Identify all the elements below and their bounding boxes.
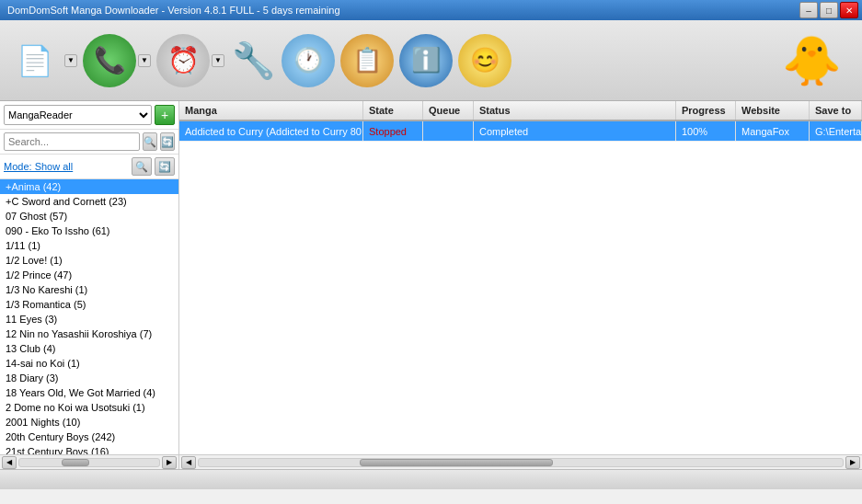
source-select[interactable]: MangaReader MangaFox MangaHere xyxy=(4,105,152,125)
manga-list-item[interactable]: 2001 Nights (10) xyxy=(0,415,178,430)
document-icon: 📄 xyxy=(17,43,53,78)
mode-label[interactable]: Mode: Show all xyxy=(4,161,73,172)
clock-button[interactable]: ⏰ xyxy=(156,34,210,87)
clock-icon: ⏰ xyxy=(167,45,200,75)
toolbar: 📄 ▼ 📞 ▼ ⏰ ▼ 🔧 🕐 xyxy=(0,20,862,101)
manga-list-item[interactable]: 21st Century Boys (16) xyxy=(0,444,178,454)
mode-refresh-button[interactable]: 🔄 xyxy=(155,157,175,176)
document-button[interactable]: 📄 xyxy=(7,33,63,88)
phone-tool-group: 📞 ▼ xyxy=(83,34,151,87)
mode-search-button[interactable]: 🔍 xyxy=(132,157,152,176)
table-header: Manga State Queue Status Progress Websit… xyxy=(179,101,862,121)
clipboard-icon: 📋 xyxy=(352,46,382,74)
clipboard-button[interactable]: 📋 xyxy=(340,34,394,87)
manga-list-item[interactable]: 07 Ghost (57) xyxy=(0,209,178,223)
manga-list-item[interactable]: +C Sword and Cornett (23) xyxy=(0,194,178,209)
manga-list-item[interactable]: 11 Eyes (3) xyxy=(0,312,178,326)
clock-tool-group: ⏰ ▼ xyxy=(156,34,224,87)
phone-dropdown[interactable]: ▼ xyxy=(138,54,151,67)
search-button[interactable]: 🔍 xyxy=(143,132,157,151)
th-website[interactable]: Website xyxy=(736,101,810,120)
manga-list-item[interactable]: 18 Years Old, We Got Married (4) xyxy=(0,385,178,400)
scroll-left-arrow[interactable]: ◀ xyxy=(2,456,17,469)
table-body: Addicted to Curry (Addicted to Curry 80:… xyxy=(179,121,862,454)
th-queue[interactable]: Queue xyxy=(423,101,474,120)
add-source-button[interactable]: + xyxy=(155,105,175,125)
manga-list-item[interactable]: 13 Club (4) xyxy=(0,341,178,356)
th-progress[interactable]: Progress xyxy=(676,101,736,120)
face-button[interactable]: 😊 xyxy=(458,34,511,87)
history-button[interactable]: 🕐 xyxy=(282,34,335,87)
manga-list-item[interactable]: 18 Diary (3) xyxy=(0,371,178,385)
manga-list-item[interactable]: 090 - Eko To Issho (61) xyxy=(0,223,178,238)
wrench-icon: 🔧 xyxy=(232,40,275,81)
td-state: Stopped xyxy=(363,121,423,141)
td-progress: 100% xyxy=(676,121,736,141)
manga-list-item[interactable]: 14-sai no Koi (1) xyxy=(0,356,178,371)
info-icon: ℹ️ xyxy=(411,46,441,74)
td-status: Completed xyxy=(474,121,676,141)
th-state[interactable]: State xyxy=(363,101,423,120)
maximize-button[interactable]: □ xyxy=(820,2,838,18)
document-dropdown[interactable]: ▼ xyxy=(64,54,77,67)
phone-button[interactable]: 📞 xyxy=(83,34,136,87)
status-bar xyxy=(0,469,862,489)
document-tool-group: 📄 ▼ xyxy=(7,33,77,88)
mode-bar: Mode: Show all 🔍 🔄 xyxy=(0,155,178,179)
th-status[interactable]: Status xyxy=(474,101,676,120)
search-bar: 🔍 🔄 xyxy=(0,130,178,155)
source-selector-row: MangaReader MangaFox MangaHere + xyxy=(0,101,178,130)
right-panel: Manga State Queue Status Progress Websit… xyxy=(179,101,862,469)
table-scroll-track[interactable] xyxy=(198,458,844,467)
scroll-track[interactable] xyxy=(18,458,160,467)
manga-list-item[interactable]: 2 Dome no Koi wa Usotsuki (1) xyxy=(0,400,178,415)
clock-dropdown[interactable]: ▼ xyxy=(212,54,224,67)
manga-list-item[interactable]: 1/3 Romantica (5) xyxy=(0,297,178,312)
td-saveto: G:\Entertainmer xyxy=(810,121,862,141)
main-container: MangaReader MangaFox MangaHere + 🔍 🔄 Mod… xyxy=(0,101,862,469)
close-button[interactable]: ✕ xyxy=(840,2,858,18)
scroll-right-arrow[interactable]: ▶ xyxy=(162,456,177,469)
scroll-thumb[interactable] xyxy=(62,459,89,466)
manga-list-item[interactable]: 20th Century Boys (242) xyxy=(0,430,178,444)
manga-list-item[interactable]: 1/3 No Kareshi (1) xyxy=(0,282,178,297)
th-saveto[interactable]: Save to xyxy=(810,101,862,120)
table-row[interactable]: Addicted to Curry (Addicted to Curry 80:… xyxy=(179,121,862,142)
mascot-icon: 🐥 xyxy=(782,33,842,89)
app-title: DomDomSoft Manga Downloader - Version 4.… xyxy=(4,5,340,16)
td-website: MangaFox xyxy=(736,121,810,141)
table-scroll-right[interactable]: ▶ xyxy=(845,456,860,469)
history-icon: 🕐 xyxy=(293,46,323,74)
manga-list-item[interactable]: 1/2 Prince (47) xyxy=(0,268,178,282)
td-manga: Addicted to Curry (Addicted to Curry 80:… xyxy=(179,121,363,141)
phone-icon: 📞 xyxy=(94,45,126,75)
table-horizontal-scrollbar[interactable]: ◀ ▶ xyxy=(179,454,862,469)
td-queue xyxy=(423,121,474,141)
mascot: 🐥 xyxy=(770,20,853,101)
left-panel: MangaReader MangaFox MangaHere + 🔍 🔄 Mod… xyxy=(0,101,179,469)
list-horizontal-scrollbar[interactable]: ◀ ▶ xyxy=(0,454,178,469)
table-scroll-thumb[interactable] xyxy=(360,459,553,466)
manga-list-item[interactable]: 1/2 Love! (1) xyxy=(0,253,178,268)
manga-list[interactable]: +Anima (42)+C Sword and Cornett (23)07 G… xyxy=(0,179,178,454)
search-input[interactable] xyxy=(4,132,140,151)
manga-list-item[interactable]: 1/11 (1) xyxy=(0,238,178,253)
table-scroll-left[interactable]: ◀ xyxy=(181,456,196,469)
minimize-button[interactable]: – xyxy=(799,2,818,18)
manga-list-item[interactable]: +Anima (42) xyxy=(0,179,178,194)
th-manga[interactable]: Manga xyxy=(179,101,363,120)
face-icon: 😊 xyxy=(470,46,500,74)
title-bar: DomDomSoft Manga Downloader - Version 4.… xyxy=(0,0,862,20)
wrench-button[interactable]: 🔧 xyxy=(230,33,276,88)
manga-list-item[interactable]: 12 Nin no Yasashii Koroshiya (7) xyxy=(0,326,178,341)
info-button[interactable]: ℹ️ xyxy=(399,34,453,87)
search-refresh-button[interactable]: 🔄 xyxy=(160,132,175,151)
